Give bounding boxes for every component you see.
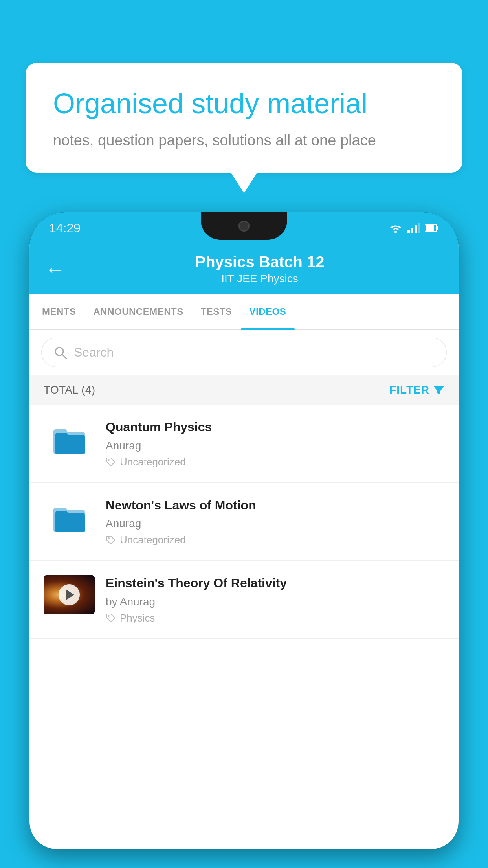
tab-tests[interactable]: TESTS [192, 294, 241, 329]
header-subtitle: IIT JEE Physics [77, 272, 443, 285]
status-time: 14:29 [49, 221, 81, 235]
speech-bubble: Organised study material notes, question… [26, 63, 462, 173]
filter-bar: TOTAL (4) FILTER [29, 375, 459, 405]
phone-camera [238, 221, 250, 232]
svg-rect-4 [418, 223, 420, 233]
video-author: Anurag [106, 517, 444, 530]
folder-icon [51, 501, 87, 533]
back-button[interactable]: ← [45, 259, 65, 279]
svg-point-13 [108, 459, 110, 461]
svg-marker-10 [433, 386, 444, 395]
search-icon [53, 346, 68, 360]
search-container: Search [29, 330, 459, 375]
video-tag: Uncategorized [106, 534, 444, 546]
phone-outer: 14:29 [29, 212, 459, 849]
svg-rect-6 [437, 226, 438, 230]
header-main-title: Physics Batch 12 [77, 253, 443, 271]
video-author: by Anurag [106, 596, 444, 608]
phone-frame: 14:29 [29, 212, 459, 868]
speech-bubble-container: Organised study material notes, question… [26, 63, 462, 173]
tab-videos[interactable]: VIDEOS [241, 294, 295, 329]
total-count: TOTAL (4) [44, 384, 95, 396]
video-info-quantum: Quantum Physics Anurag Uncategorized [106, 419, 444, 468]
video-title: Einstein's Theory Of Relativity [106, 575, 444, 592]
phone-screen: ← Physics Batch 12 IIT JEE Physics MENTS… [29, 244, 459, 849]
tag-icon [106, 535, 116, 545]
video-thumb-quantum [44, 419, 95, 458]
video-title: Quantum Physics [106, 419, 444, 436]
svg-rect-7 [426, 225, 434, 231]
video-info-newton: Newton's Laws of Motion Anurag Uncategor… [106, 497, 444, 546]
signal-icon [407, 223, 420, 233]
list-item[interactable]: Quantum Physics Anurag Uncategorized [29, 405, 459, 483]
status-icons [389, 223, 439, 233]
svg-rect-1 [407, 230, 410, 233]
wifi-icon [389, 223, 403, 233]
list-item[interactable]: Einstein's Theory Of Relativity by Anura… [29, 561, 459, 639]
filter-button[interactable]: FILTER [389, 384, 444, 396]
status-bar: 14:29 [29, 212, 459, 244]
tag-icon [106, 613, 116, 623]
speech-bubble-subtitle: notes, question papers, solutions all at… [53, 132, 435, 149]
battery-icon [425, 224, 439, 232]
video-thumb-newton [44, 497, 95, 537]
video-author: Anurag [106, 440, 444, 452]
tab-announcements[interactable]: ANNOUNCEMENTS [85, 294, 192, 329]
folder-icon [51, 423, 87, 454]
video-title: Newton's Laws of Motion [106, 497, 444, 514]
phone-notch [201, 212, 287, 240]
tabs-bar: MENTS ANNOUNCEMENTS TESTS VIDEOS [29, 294, 459, 330]
list-item[interactable]: Newton's Laws of Motion Anurag Uncategor… [29, 483, 459, 561]
play-triangle-icon [66, 589, 74, 600]
svg-line-9 [62, 354, 66, 359]
svg-point-0 [394, 231, 397, 233]
video-list: Quantum Physics Anurag Uncategorized [29, 405, 459, 639]
video-thumbnail-image [44, 575, 95, 614]
svg-rect-3 [415, 225, 417, 233]
video-tag: Uncategorized [106, 456, 444, 468]
video-thumb-einstein [44, 575, 95, 614]
header-title-group: Physics Batch 12 IIT JEE Physics [77, 253, 443, 285]
filter-icon [433, 384, 444, 395]
speech-bubble-title: Organised study material [53, 86, 435, 120]
svg-rect-2 [411, 228, 413, 233]
search-input[interactable]: Search [74, 345, 114, 360]
tab-ments[interactable]: MENTS [33, 294, 85, 329]
video-info-einstein: Einstein's Theory Of Relativity by Anura… [106, 575, 444, 624]
play-button[interactable] [59, 584, 80, 605]
search-box[interactable]: Search [41, 338, 447, 367]
app-header: ← Physics Batch 12 IIT JEE Physics [29, 244, 459, 294]
svg-point-17 [108, 615, 110, 617]
svg-point-16 [108, 537, 110, 539]
video-tag: Physics [106, 612, 444, 624]
tag-icon [106, 457, 116, 467]
